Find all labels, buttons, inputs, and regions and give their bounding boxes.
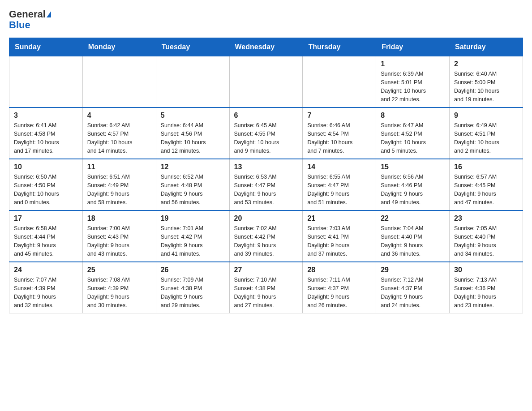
calendar-day-cell: 2Sunrise: 6:40 AM Sunset: 5:00 PM Daylig… [450,56,523,107]
calendar-day-cell: 8Sunrise: 6:47 AM Sunset: 4:52 PM Daylig… [376,107,450,159]
day-number: 5 [161,111,225,120]
logo-blue-text: Blue [9,20,51,30]
day-number: 18 [87,214,151,223]
day-info: Sunrise: 7:08 AM Sunset: 4:39 PM Dayligh… [87,276,151,309]
weekday-header: Wednesday [229,38,303,56]
calendar-day-cell: 22Sunrise: 7:04 AM Sunset: 4:40 PM Dayli… [376,210,450,262]
day-number: 4 [87,111,151,120]
day-number: 15 [381,163,445,171]
calendar-day-cell: 12Sunrise: 6:52 AM Sunset: 4:48 PM Dayli… [156,159,229,210]
day-number: 9 [454,111,518,120]
calendar-week-row: 10Sunrise: 6:50 AM Sunset: 4:50 PM Dayli… [9,159,523,210]
weekday-header: Sunday [9,38,83,56]
calendar-day-cell: 17Sunrise: 6:58 AM Sunset: 4:44 PM Dayli… [9,210,83,262]
calendar-day-cell: 19Sunrise: 7:01 AM Sunset: 4:42 PM Dayli… [156,210,229,262]
day-number: 25 [87,266,151,274]
day-info: Sunrise: 6:53 AM Sunset: 4:47 PM Dayligh… [234,173,298,206]
day-number: 13 [234,163,298,171]
calendar-day-cell [82,56,156,107]
day-info: Sunrise: 6:44 AM Sunset: 4:56 PM Dayligh… [161,121,225,155]
day-number: 6 [234,111,298,120]
day-number: 11 [87,163,151,171]
day-info: Sunrise: 6:41 AM Sunset: 4:58 PM Dayligh… [14,121,78,155]
page-header: General Blue [9,9,523,30]
weekday-header: Thursday [303,38,376,56]
day-info: Sunrise: 6:58 AM Sunset: 4:44 PM Dayligh… [14,224,78,258]
calendar-day-cell: 20Sunrise: 7:02 AM Sunset: 4:42 PM Dayli… [229,210,303,262]
calendar-day-cell: 18Sunrise: 7:00 AM Sunset: 4:43 PM Dayli… [82,210,156,262]
day-info: Sunrise: 6:46 AM Sunset: 4:54 PM Dayligh… [307,121,371,155]
day-info: Sunrise: 7:00 AM Sunset: 4:43 PM Dayligh… [87,224,151,258]
calendar-day-cell: 28Sunrise: 7:11 AM Sunset: 4:37 PM Dayli… [303,262,376,313]
calendar-day-cell: 6Sunrise: 6:45 AM Sunset: 4:55 PM Daylig… [229,107,303,159]
day-info: Sunrise: 7:11 AM Sunset: 4:37 PM Dayligh… [307,276,371,309]
day-info: Sunrise: 6:56 AM Sunset: 4:46 PM Dayligh… [381,173,445,206]
day-info: Sunrise: 6:55 AM Sunset: 4:47 PM Dayligh… [307,173,371,206]
calendar-day-cell: 16Sunrise: 6:57 AM Sunset: 4:45 PM Dayli… [450,159,523,210]
calendar-day-cell [9,56,83,107]
calendar-day-cell [156,56,229,107]
day-info: Sunrise: 6:39 AM Sunset: 5:01 PM Dayligh… [381,70,445,103]
day-info: Sunrise: 7:02 AM Sunset: 4:42 PM Dayligh… [234,224,298,258]
day-info: Sunrise: 6:40 AM Sunset: 5:00 PM Dayligh… [454,70,518,103]
calendar-week-row: 24Sunrise: 7:07 AM Sunset: 4:39 PM Dayli… [9,262,523,313]
day-number: 14 [307,163,371,171]
day-number: 20 [234,214,298,223]
calendar-day-cell: 15Sunrise: 6:56 AM Sunset: 4:46 PM Dayli… [376,159,450,210]
day-number: 12 [161,163,225,171]
day-number: 28 [307,266,371,274]
day-number: 30 [454,266,518,274]
calendar-day-cell [229,56,303,107]
day-info: Sunrise: 6:50 AM Sunset: 4:50 PM Dayligh… [14,173,78,206]
weekday-header: Saturday [450,38,523,56]
calendar-week-row: 17Sunrise: 6:58 AM Sunset: 4:44 PM Dayli… [9,210,523,262]
day-number: 7 [307,111,371,120]
weekday-header: Tuesday [156,38,229,56]
day-info: Sunrise: 7:09 AM Sunset: 4:38 PM Dayligh… [161,276,225,309]
day-info: Sunrise: 6:51 AM Sunset: 4:49 PM Dayligh… [87,173,151,206]
calendar-day-cell: 4Sunrise: 6:42 AM Sunset: 4:57 PM Daylig… [82,107,156,159]
calendar-day-cell: 29Sunrise: 7:12 AM Sunset: 4:37 PM Dayli… [376,262,450,313]
day-info: Sunrise: 6:42 AM Sunset: 4:57 PM Dayligh… [87,121,151,155]
day-number: 10 [14,163,78,171]
calendar-day-cell: 7Sunrise: 6:46 AM Sunset: 4:54 PM Daylig… [303,107,376,159]
calendar-day-cell: 27Sunrise: 7:10 AM Sunset: 4:38 PM Dayli… [229,262,303,313]
day-number: 3 [14,111,78,120]
day-info: Sunrise: 6:47 AM Sunset: 4:52 PM Dayligh… [381,121,445,155]
day-number: 29 [381,266,445,274]
day-number: 26 [161,266,225,274]
calendar-day-cell: 21Sunrise: 7:03 AM Sunset: 4:41 PM Dayli… [303,210,376,262]
calendar-table: SundayMondayTuesdayWednesdayThursdayFrid… [9,38,523,313]
calendar-day-cell [303,56,376,107]
calendar-day-cell: 3Sunrise: 6:41 AM Sunset: 4:58 PM Daylig… [9,107,83,159]
day-info: Sunrise: 7:05 AM Sunset: 4:40 PM Dayligh… [454,224,518,258]
day-info: Sunrise: 7:07 AM Sunset: 4:39 PM Dayligh… [14,276,78,309]
day-number: 2 [454,60,518,68]
calendar-day-cell: 26Sunrise: 7:09 AM Sunset: 4:38 PM Dayli… [156,262,229,313]
logo-triangle-icon [47,11,51,17]
day-number: 22 [381,214,445,223]
day-number: 1 [381,60,445,68]
day-info: Sunrise: 7:03 AM Sunset: 4:41 PM Dayligh… [307,224,371,258]
calendar-day-cell: 14Sunrise: 6:55 AM Sunset: 4:47 PM Dayli… [303,159,376,210]
logo-general-text: General [9,9,46,20]
calendar-day-cell: 1Sunrise: 6:39 AM Sunset: 5:01 PM Daylig… [376,56,450,107]
day-number: 23 [454,214,518,223]
day-info: Sunrise: 6:57 AM Sunset: 4:45 PM Dayligh… [454,173,518,206]
day-info: Sunrise: 7:13 AM Sunset: 4:36 PM Dayligh… [454,276,518,309]
calendar-day-cell: 9Sunrise: 6:49 AM Sunset: 4:51 PM Daylig… [450,107,523,159]
calendar-day-cell: 13Sunrise: 6:53 AM Sunset: 4:47 PM Dayli… [229,159,303,210]
calendar-day-cell: 5Sunrise: 6:44 AM Sunset: 4:56 PM Daylig… [156,107,229,159]
calendar-day-cell: 11Sunrise: 6:51 AM Sunset: 4:49 PM Dayli… [82,159,156,210]
day-number: 24 [14,266,78,274]
day-number: 21 [307,214,371,223]
weekday-header: Monday [82,38,156,56]
calendar-day-cell: 25Sunrise: 7:08 AM Sunset: 4:39 PM Dayli… [82,262,156,313]
day-info: Sunrise: 7:01 AM Sunset: 4:42 PM Dayligh… [161,224,225,258]
logo: General Blue [9,9,51,30]
day-number: 17 [14,214,78,223]
calendar-week-row: 1Sunrise: 6:39 AM Sunset: 5:01 PM Daylig… [9,56,523,107]
day-number: 16 [454,163,518,171]
calendar-day-cell: 24Sunrise: 7:07 AM Sunset: 4:39 PM Dayli… [9,262,83,313]
day-info: Sunrise: 6:52 AM Sunset: 4:48 PM Dayligh… [161,173,225,206]
